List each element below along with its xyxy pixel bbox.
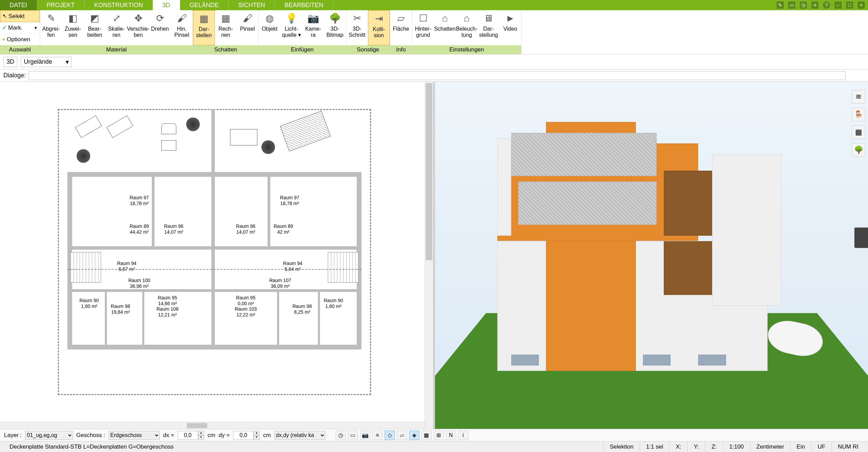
verschieben-label: Verschie- ben bbox=[127, 26, 150, 38]
abgreifen-button[interactable]: ✎Abgrei- fen bbox=[40, 10, 62, 45]
room-label: Raum 988,25 m² bbox=[292, 303, 312, 315]
terrain-tool-icon[interactable]: 🌳 bbox=[852, 143, 865, 157]
zuweisen-button[interactable]: ◧Zuwei- sen bbox=[62, 10, 84, 45]
bearbeiten-icon: ◩ bbox=[89, 12, 101, 25]
flaeche-button[interactable]: ▱Fläche bbox=[390, 10, 412, 45]
help-icon[interactable]: ? bbox=[822, 1, 831, 9]
dy-down[interactable]: ▼ bbox=[254, 435, 260, 440]
floor-plan: Raum 9718,78 m²Raum 9718,78 m²Raum 8944,… bbox=[58, 109, 371, 395]
schatten-set-button[interactable]: ⌂Schatten bbox=[434, 10, 456, 45]
video-icon: ► bbox=[504, 12, 516, 25]
dy-up[interactable]: ▲ bbox=[254, 431, 260, 435]
pinsel-button[interactable]: 🖌Pinsel bbox=[237, 10, 258, 45]
bearbeiten-button[interactable]: ◩Bear- beiten bbox=[84, 10, 106, 45]
room-label: Raum 10736,09 m² bbox=[269, 278, 291, 290]
menu-projekt[interactable]: PROJEKT bbox=[37, 0, 85, 10]
floorplan-scrollbar-v[interactable] bbox=[425, 82, 433, 429]
3d-view-pane[interactable]: ≋ 🪑 ▦ 🌳 bbox=[435, 82, 868, 429]
ctrl-align1-button[interactable]: ≡ bbox=[372, 431, 383, 440]
ctrl-snap2-button[interactable]: ▱ bbox=[397, 431, 407, 440]
geschoss-label: Geschoss : bbox=[76, 432, 105, 439]
selection-group-label: Auswahl bbox=[0, 45, 40, 54]
floorplan-scrollbar-h[interactable] bbox=[0, 422, 425, 429]
menu-konstruktion[interactable]: KONSTRUKTION bbox=[85, 0, 153, 10]
kamera-button[interactable]: 📷Kame- ra bbox=[302, 10, 324, 45]
group-label-material: Material bbox=[40, 45, 193, 54]
kamera-icon: 📷 bbox=[307, 12, 319, 25]
darstellung-label: Dar- stellung bbox=[479, 26, 498, 38]
geschoss-select[interactable]: Erdgeschoss bbox=[109, 431, 160, 440]
close-icon[interactable]: × bbox=[857, 1, 865, 9]
flaeche-label: Fläche bbox=[393, 26, 409, 32]
menu-bearbeiten[interactable]: BEARBEITEN bbox=[275, 0, 333, 10]
colors-tool-icon[interactable]: ▦ bbox=[852, 125, 865, 139]
room-label: Raum 945,64 m² bbox=[283, 261, 303, 272]
tool-icon-1[interactable]: ✎ bbox=[776, 1, 784, 9]
dx-input[interactable] bbox=[178, 431, 198, 440]
menu-datei[interactable]: DATEI bbox=[0, 0, 37, 10]
ctrl-info-button[interactable]: i bbox=[458, 431, 468, 440]
dx-up[interactable]: ▲ bbox=[198, 431, 204, 435]
beleuchtung-icon: ⌂ bbox=[461, 12, 473, 25]
options-button[interactable]: +Optionen bbox=[0, 34, 40, 45]
group-label-einfügen: Einfügen bbox=[259, 45, 346, 54]
mark-mode-button[interactable]: ✓Mark.▼ bbox=[0, 22, 40, 34]
verschieben-button[interactable]: ✥Verschie- ben bbox=[127, 10, 149, 45]
dialog-bar: Dialoge: bbox=[0, 69, 868, 82]
kollision-icon: ⇥ bbox=[373, 13, 385, 25]
video-button[interactable]: ►Video bbox=[499, 10, 521, 45]
3d-schnitt-button[interactable]: ✂3D- Schnitt bbox=[346, 10, 368, 45]
tool-icon-2[interactable]: ▭ bbox=[788, 1, 796, 9]
maximize-icon[interactable]: □ bbox=[846, 1, 854, 9]
menu-sichten[interactable]: SICHTEN bbox=[229, 0, 275, 10]
lichtquelle-button[interactable]: 💡Licht- quelle ▾ bbox=[280, 10, 302, 45]
side-panel-handle[interactable] bbox=[854, 228, 868, 248]
menu-3d[interactable]: 3D bbox=[153, 0, 180, 10]
beleuchtung-button[interactable]: ⌂Beleuch- tung bbox=[456, 10, 478, 45]
skalieren-button[interactable]: ⤢Skalie- ren bbox=[106, 10, 127, 45]
drehen-label: Drehen bbox=[151, 26, 169, 32]
dy-input[interactable] bbox=[233, 431, 254, 440]
lichtquelle-label: Licht- quelle ▾ bbox=[282, 26, 301, 38]
select-mode-button[interactable]: ↖Selekt bbox=[0, 10, 40, 22]
ctrl-snap1-button[interactable]: ◇ bbox=[385, 431, 395, 440]
ctrl-cam-button[interactable]: 📷 bbox=[360, 431, 370, 440]
menu-gelaende[interactable]: GELÄNDE bbox=[180, 0, 229, 10]
dx-down[interactable]: ▼ bbox=[198, 435, 204, 440]
darstellung-button[interactable]: 🖥Dar- stellung bbox=[478, 10, 499, 45]
schatten-set-label: Schatten bbox=[434, 26, 455, 32]
status-ein: Ein bbox=[790, 441, 811, 452]
dialog-field[interactable] bbox=[29, 71, 846, 80]
floorplan-pane[interactable]: Raum 9718,78 m²Raum 9718,78 m²Raum 8944,… bbox=[0, 82, 435, 429]
coord-mode-select[interactable]: dx,dy (relativ ka bbox=[274, 431, 325, 440]
tool-icon-3[interactable]: ◷ bbox=[799, 1, 807, 9]
room-label: Raum 10036,96 m² bbox=[128, 278, 150, 290]
tool-icon-4[interactable]: ≡ bbox=[811, 1, 819, 9]
ctrl-grid1-button[interactable]: ▦ bbox=[421, 431, 432, 440]
skalieren-icon: ⤢ bbox=[110, 12, 123, 25]
hin-pinsel-button[interactable]: 🖌Hin. Pinsel bbox=[171, 10, 193, 45]
terrain-dropdown[interactable]: Urgelände▾ bbox=[21, 57, 72, 67]
minimize-icon[interactable]: – bbox=[834, 1, 842, 9]
status-info: Deckenplatte Standard-STB L=Deckenplatte… bbox=[3, 441, 180, 452]
status-x: X: bbox=[669, 441, 687, 452]
3d-bitmap-button[interactable]: 🌳3D- Bitmap bbox=[324, 10, 346, 45]
furniture-tool-icon[interactable]: 🪑 bbox=[852, 108, 865, 121]
layer-select[interactable]: 01_ug,eg,og bbox=[25, 431, 73, 440]
ctrl-film-button[interactable]: ▭ bbox=[348, 431, 358, 440]
rechnen-button[interactable]: ▦Rech- nen bbox=[215, 10, 237, 45]
ctrl-north-button[interactable]: N bbox=[446, 431, 456, 440]
hintergrund-button[interactable]: ☐Hinter- grund bbox=[412, 10, 434, 45]
ctrl-clock-button[interactable]: ◷ bbox=[336, 431, 346, 440]
group-label-info: Info bbox=[390, 45, 412, 54]
ctrl-snap3-button[interactable]: ◈ bbox=[409, 431, 419, 440]
pinsel-label: Pinsel bbox=[240, 26, 255, 32]
objekt-button[interactable]: ◍Objekt bbox=[259, 10, 280, 45]
lichtquelle-icon: 💡 bbox=[285, 12, 298, 25]
darstellen-button[interactable]: ▦Dar- stellen bbox=[193, 10, 215, 45]
kollision-button[interactable]: ⇥Kolli- sion bbox=[368, 10, 390, 45]
layers-tool-icon[interactable]: ≋ bbox=[852, 90, 865, 104]
drehen-button[interactable]: ⟳Drehen bbox=[149, 10, 171, 45]
view-mode-field[interactable]: 3D bbox=[3, 57, 17, 67]
ctrl-grid2-button[interactable]: ⊞ bbox=[434, 431, 444, 440]
